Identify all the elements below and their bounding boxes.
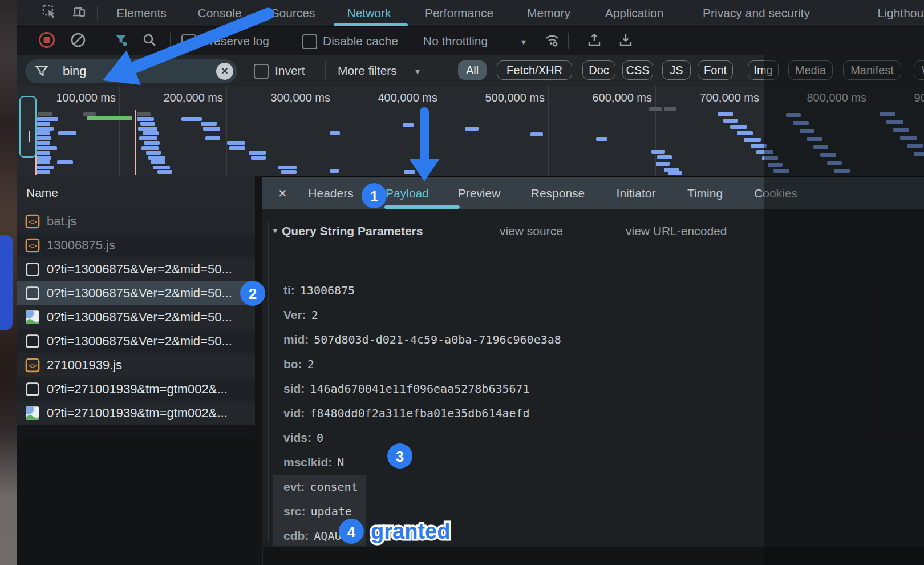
view-url-encoded-link[interactable]: view URL-encoded xyxy=(626,224,727,238)
waterfall-bar xyxy=(38,112,52,116)
param-key: ti: xyxy=(283,284,295,297)
chip-manifest[interactable]: Manifest xyxy=(843,60,901,80)
tab-memory[interactable]: Memory xyxy=(527,6,570,20)
request-row[interactable]: <>13006875.js xyxy=(17,233,255,257)
chip-font[interactable]: Font xyxy=(698,60,733,80)
detail-tab-response[interactable]: Response xyxy=(531,187,585,200)
query-param-row: vids:0 xyxy=(283,431,323,445)
waterfall-bar xyxy=(37,156,51,160)
waterfall-bar xyxy=(744,138,761,142)
waterfall-bar xyxy=(37,136,51,140)
request-row[interactable]: <>271001939.js xyxy=(17,353,255,377)
query-param-row: cdb:AQAU xyxy=(283,529,342,543)
param-value: 2 xyxy=(307,357,314,371)
waterfall-bar xyxy=(404,170,415,174)
chip-fetch-xhr[interactable]: Fetch/XHR xyxy=(497,60,572,80)
waterfall-bar xyxy=(138,127,157,131)
waterfall-bar xyxy=(37,117,58,121)
waterfall-bar xyxy=(834,169,850,173)
chip-ws[interactable]: WS xyxy=(914,60,924,80)
export-har-icon[interactable] xyxy=(618,32,634,50)
waterfall-bar xyxy=(723,119,738,123)
tab-console[interactable]: Console xyxy=(197,6,241,20)
chip-js[interactable]: JS xyxy=(662,60,691,80)
search-icon[interactable] xyxy=(142,33,157,50)
timeline-gridline xyxy=(870,86,870,176)
waterfall-bar xyxy=(820,153,836,157)
drag-grip xyxy=(29,131,30,142)
chip-css[interactable]: CSS xyxy=(622,60,653,80)
preserve-log-checkbox[interactable] xyxy=(181,34,196,49)
query-string-section-header[interactable]: ▼ Query String Parameters view source vi… xyxy=(262,224,924,240)
tab-network[interactable]: Network xyxy=(347,6,391,20)
overview-drag-handle[interactable] xyxy=(19,96,37,158)
waterfall-bar xyxy=(893,128,909,132)
timeline-gridline xyxy=(119,86,120,176)
detail-tab-cookies[interactable]: Cookies xyxy=(754,187,797,200)
waterfall-bar xyxy=(37,146,57,150)
inspect-element-icon[interactable] xyxy=(42,4,58,22)
waterfall-bar xyxy=(58,131,76,135)
timeline-gridline xyxy=(334,86,334,176)
tab-application[interactable]: Application xyxy=(605,6,664,20)
filter-input[interactable]: bing ✕ xyxy=(25,59,237,83)
device-toolbar-icon[interactable] xyxy=(71,4,87,22)
triangle-expanded-icon[interactable]: ▼ xyxy=(271,227,279,235)
param-key: Ver: xyxy=(283,308,306,321)
divider xyxy=(262,217,924,217)
record-network-log-icon[interactable] xyxy=(38,31,56,51)
param-value: 13006875 xyxy=(300,284,355,297)
chevron-down-icon[interactable]: ▾ xyxy=(521,37,526,47)
network-overview-timeline[interactable]: 100,000 ms200,000 ms300,000 ms400,000 ms… xyxy=(17,86,924,177)
chip-media[interactable]: Media xyxy=(788,60,833,80)
waterfall-bar xyxy=(278,166,297,170)
throttling-select[interactable]: No throttling xyxy=(423,34,488,48)
request-row[interactable]: 0?ti=13006875&Ver=2&mid=50... xyxy=(17,281,255,305)
doc-file-icon xyxy=(25,262,40,277)
detail-tab-timing[interactable]: Timing xyxy=(687,187,723,200)
filter-input-value: bing xyxy=(63,64,87,79)
filter-icon[interactable] xyxy=(114,33,129,50)
waterfall-bar xyxy=(813,145,828,149)
waterfall-bar xyxy=(251,156,266,160)
tab-privacy-and-security[interactable]: Privacy and security xyxy=(703,6,810,20)
request-row[interactable]: 0?ti=13006875&Ver=2&mid=50... xyxy=(17,329,255,353)
tab-performance[interactable]: Performance xyxy=(425,6,493,20)
invert-checkbox[interactable] xyxy=(254,64,269,79)
tab-lighthouse[interactable]: Lighthouse xyxy=(878,6,924,20)
view-source-link[interactable]: view source xyxy=(500,224,563,238)
chip-doc[interactable]: Doc xyxy=(582,60,615,80)
detail-tab-initiator[interactable]: Initiator xyxy=(617,187,656,200)
request-row[interactable]: 0?ti=271001939&tm=gtm002&... xyxy=(17,377,255,401)
waterfall-bar xyxy=(793,121,809,125)
chip-all[interactable]: All xyxy=(458,60,487,80)
clear-filter-icon[interactable]: ✕ xyxy=(216,63,233,80)
name-column-header[interactable]: Name xyxy=(17,176,255,209)
background-window-fragment xyxy=(0,235,13,330)
request-row[interactable]: 0?ti=13006875&Ver=2&mid=50... xyxy=(17,257,255,281)
import-har-icon[interactable] xyxy=(586,32,602,50)
waterfall-bar xyxy=(37,131,50,135)
param-value: 507d803d-d021-4c59-a0ba-7196c960e3a8 xyxy=(314,333,561,346)
detail-tab-headers[interactable]: Headers xyxy=(308,187,353,200)
chip-img[interactable]: Img xyxy=(748,60,779,80)
clear-network-log-icon[interactable] xyxy=(70,32,86,50)
network-conditions-icon[interactable] xyxy=(544,31,561,51)
detail-tab-preview[interactable]: Preview xyxy=(458,187,501,200)
request-row[interactable]: 0?ti=13006875&Ver=2&mid=50... xyxy=(17,305,255,329)
detail-tab-payload[interactable]: Payload xyxy=(386,187,429,200)
waterfall-bar xyxy=(773,169,789,173)
close-icon[interactable]: ✕ xyxy=(278,187,287,200)
divider xyxy=(325,61,326,80)
request-row[interactable]: 0?ti=271001939&tm=gtm002&... xyxy=(17,401,255,425)
doc-file-icon xyxy=(25,286,40,301)
panel-splitter[interactable] xyxy=(255,176,262,547)
waterfall-bar xyxy=(330,169,339,173)
waterfall-bar xyxy=(880,112,895,116)
tab-sources[interactable]: Sources xyxy=(271,6,315,20)
more-filters-button[interactable]: More filters xyxy=(338,64,397,78)
request-detail-panel: ✕ HeadersPayloadPreviewResponseInitiator… xyxy=(262,176,924,547)
disable-cache-checkbox[interactable] xyxy=(302,34,317,49)
tab-elements[interactable]: Elements xyxy=(116,6,167,20)
request-row[interactable]: <>bat.js xyxy=(17,209,255,233)
